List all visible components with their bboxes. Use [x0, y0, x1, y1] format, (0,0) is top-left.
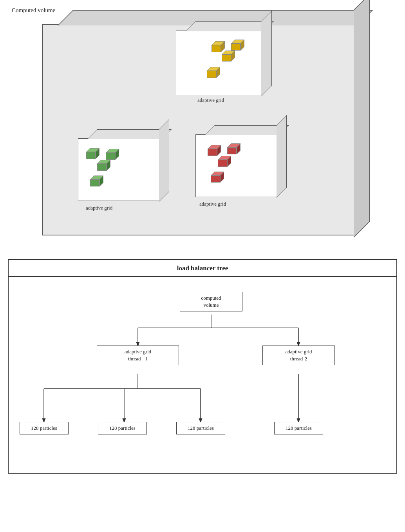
bottom-section: load balancer tree: [8, 259, 397, 474]
red-cube-4: [211, 170, 223, 183]
red-cube-3: [218, 154, 230, 167]
adaptive-grid-label-3: adaptive grid: [199, 201, 226, 207]
small-box-red: [195, 134, 278, 197]
tree-title: load balancer tree: [9, 260, 396, 277]
green-cube-3: [97, 158, 110, 171]
yellow-cube-4: [207, 65, 219, 78]
iso-container: adaptive grid: [34, 16, 371, 243]
tree-node-leaf1: 128 particles: [20, 422, 69, 434]
adaptive-grid-label-2: adaptive grid: [86, 205, 112, 211]
tree-node-right-child: adaptive grid thread-2: [262, 346, 335, 365]
tree-node-root: computed volume: [180, 292, 242, 311]
tree-node-leaf3: 128 particles: [176, 422, 225, 434]
small-box-yellow: [176, 31, 262, 95]
big-box: adaptive grid: [42, 24, 355, 235]
tree-node-left-child: adaptive grid thread - 1: [97, 346, 179, 365]
tree-node-leaf4: 128 particles: [274, 422, 323, 434]
top-section: Computed volume: [0, 0, 405, 255]
small-box-green: [78, 138, 160, 201]
adaptive-grid-label-1: adaptive grid: [197, 97, 224, 103]
tree-area: computed volume adaptive grid thread - 1…: [9, 277, 396, 473]
green-cube-4: [90, 174, 103, 186]
yellow-cube-3: [222, 49, 234, 62]
red-cube-2: [227, 142, 240, 154]
tree-node-leaf2: 128 particles: [98, 422, 147, 434]
green-cube-1: [86, 147, 99, 159]
